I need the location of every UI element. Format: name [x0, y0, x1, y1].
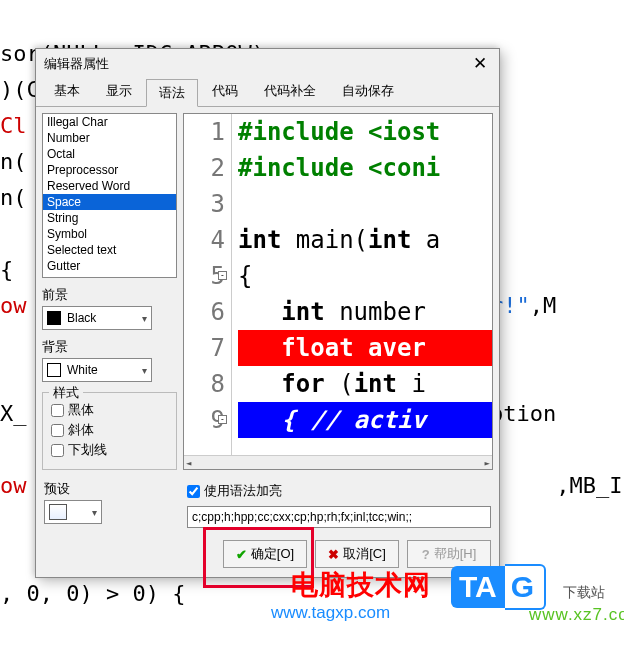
x-icon: ✖ — [328, 547, 339, 562]
download-text: 下载站 — [563, 584, 605, 602]
list-item[interactable]: Breakpoints — [43, 274, 176, 278]
help-icon: ? — [422, 547, 430, 562]
list-item[interactable]: Octal — [43, 146, 176, 162]
chevron-down-icon: ▾ — [92, 507, 97, 518]
preset-combo[interactable]: ▾ — [44, 500, 102, 524]
bold-checkbox[interactable]: 黑体 — [51, 401, 168, 419]
list-item[interactable]: Number — [43, 130, 176, 146]
list-item[interactable]: Gutter — [43, 258, 176, 274]
list-item[interactable]: String — [43, 210, 176, 226]
list-item[interactable]: Preprocessor — [43, 162, 176, 178]
watermark-url-2: www.xz7.com — [529, 605, 624, 625]
dialog-title: 编辑器属性 — [44, 55, 109, 73]
cancel-button[interactable]: ✖取消[C] — [315, 540, 399, 568]
fold-icon[interactable]: - — [218, 415, 227, 424]
preview-code: #include <iost #include <coni int main(i… — [232, 114, 492, 455]
syntax-preview: 123456789 - - #include <iost #include <c… — [183, 113, 493, 470]
list-item[interactable]: Space — [43, 194, 176, 210]
fold-column: - - — [216, 114, 230, 455]
tab-completion[interactable]: 代码补全 — [252, 78, 328, 106]
style-group: 样式 黑体 斜体 下划线 — [42, 392, 177, 470]
list-item[interactable]: Reserved Word — [43, 178, 176, 194]
dialog-titlebar: 编辑器属性 ✕ — [36, 49, 499, 78]
extensions-input[interactable] — [187, 506, 491, 528]
check-icon: ✔ — [236, 547, 247, 562]
syntax-highlight-checkbox[interactable]: 使用语法加亮 — [187, 482, 491, 500]
chevron-down-icon: ▾ — [142, 365, 147, 376]
close-icon[interactable]: ✕ — [469, 53, 491, 74]
list-item[interactable]: Illegal Char — [43, 114, 176, 130]
list-item[interactable]: Symbol — [43, 226, 176, 242]
ok-button[interactable]: ✔确定[O] — [223, 540, 307, 568]
preset-label: 预设 — [44, 480, 179, 498]
chevron-down-icon: ▾ — [142, 313, 147, 324]
list-item[interactable]: Selected text — [43, 242, 176, 258]
editor-properties-dialog: 编辑器属性 ✕ 基本 显示 语法 代码 代码补全 自动保存 Illegal Ch… — [35, 48, 500, 578]
underline-checkbox[interactable]: 下划线 — [51, 441, 168, 459]
tag-badge: TA G — [451, 564, 546, 610]
tab-basic[interactable]: 基本 — [42, 78, 92, 106]
italic-checkbox[interactable]: 斜体 — [51, 421, 168, 439]
horizontal-scrollbar[interactable]: ◄► — [184, 455, 492, 469]
background-label: 背景 — [42, 338, 177, 356]
swatch-black — [47, 311, 61, 325]
swatch-white — [47, 363, 61, 377]
tab-autosave[interactable]: 自动保存 — [330, 78, 406, 106]
foreground-combo[interactable]: Black ▾ — [42, 306, 152, 330]
watermark-text: 电脑技术网 — [291, 567, 431, 603]
tab-display[interactable]: 显示 — [94, 78, 144, 106]
document-icon — [49, 504, 67, 520]
tabs: 基本 显示 语法 代码 代码补全 自动保存 — [36, 78, 499, 107]
tab-syntax[interactable]: 语法 — [146, 79, 198, 107]
element-listbox[interactable]: Illegal Char Number Octal Preprocessor R… — [42, 113, 177, 278]
tab-code[interactable]: 代码 — [200, 78, 250, 106]
watermark-url: www.tagxp.com — [271, 603, 390, 623]
background-combo[interactable]: White ▾ — [42, 358, 152, 382]
fold-icon[interactable]: - — [218, 271, 227, 280]
foreground-label: 前景 — [42, 286, 177, 304]
